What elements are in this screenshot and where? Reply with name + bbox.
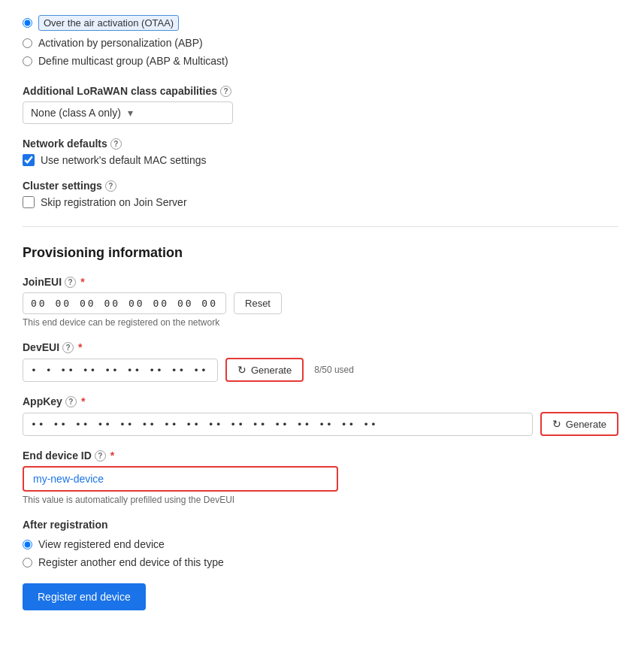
dev-eui-required: * bbox=[78, 341, 82, 353]
app-key-generate-button[interactable]: ↻ Generate bbox=[540, 412, 618, 436]
lorawan-class-value: None (class A only) bbox=[31, 107, 128, 119]
activation-otaa-label: Over the air activation (OTAA) bbox=[38, 15, 179, 31]
activation-section: Over the air activation (OTAA) Activatio… bbox=[23, 15, 618, 67]
app-key-required: * bbox=[81, 395, 85, 407]
app-key-input[interactable] bbox=[23, 413, 533, 436]
end-device-id-field: End device ID ? * This value is automati… bbox=[23, 450, 618, 505]
activation-abp-radio[interactable] bbox=[23, 38, 32, 48]
network-defaults-checkbox-label: Use network's default MAC settings bbox=[41, 154, 207, 166]
activation-multicast-row: Define multicast group (ABP & Multicast) bbox=[23, 55, 618, 67]
end-device-id-input-row bbox=[23, 466, 618, 492]
cluster-settings-checkbox-row: Skip registration on Join Server bbox=[23, 196, 618, 208]
end-device-id-hint: This value is automatically prefilled us… bbox=[23, 495, 618, 505]
join-eui-reset-button[interactable]: Reset bbox=[234, 292, 282, 314]
join-eui-hex-display: 00 00 00 00 00 00 00 00 bbox=[23, 292, 226, 314]
dev-eui-used-text: 8/50 used bbox=[314, 365, 354, 375]
app-key-label: AppKey ? * bbox=[23, 395, 618, 407]
register-button-container: Register end device bbox=[23, 583, 618, 610]
dev-eui-generate-label: Generate bbox=[251, 365, 292, 376]
register-end-device-button[interactable]: Register end device bbox=[23, 583, 146, 610]
app-key-field: AppKey ? * ↻ Generate bbox=[23, 395, 618, 436]
join-eui-label: JoinEUI ? * bbox=[23, 276, 618, 288]
activation-multicast-radio[interactable] bbox=[23, 56, 32, 66]
join-eui-input-row: 00 00 00 00 00 00 00 00 Reset bbox=[23, 292, 618, 314]
after-reg-view-row: View registered end device bbox=[23, 538, 618, 550]
dev-eui-input-row: ↻ Generate 8/50 used bbox=[23, 358, 618, 382]
after-reg-another-row: Register another end device of this type bbox=[23, 556, 618, 568]
after-reg-another-label: Register another end device of this type bbox=[38, 556, 224, 568]
activation-multicast-label: Define multicast group (ABP & Multicast) bbox=[38, 55, 228, 67]
dev-eui-help-icon[interactable]: ? bbox=[62, 342, 74, 353]
after-reg-view-label: View registered end device bbox=[38, 538, 165, 550]
dev-eui-generate-icon: ↻ bbox=[237, 364, 246, 376]
activation-otaa-radio[interactable] bbox=[23, 18, 32, 28]
after-registration-title: After registration bbox=[23, 519, 618, 531]
end-device-id-help-icon[interactable]: ? bbox=[95, 450, 106, 462]
cluster-settings-help-icon[interactable]: ? bbox=[105, 180, 116, 192]
lorawan-class-label: Additional LoRaWAN class capabilities ? bbox=[23, 85, 618, 97]
dev-eui-field: DevEUI ? * ↻ Generate 8/50 used bbox=[23, 341, 618, 382]
lorawan-class-field: Additional LoRaWAN class capabilities ? … bbox=[23, 85, 618, 124]
dev-eui-label: DevEUI ? * bbox=[23, 341, 618, 353]
cluster-settings-field: Cluster settings ? Skip registration on … bbox=[23, 180, 618, 208]
network-defaults-help-icon[interactable]: ? bbox=[110, 138, 122, 150]
lorawan-class-chevron-icon: ▾ bbox=[128, 107, 225, 119]
app-key-generate-icon: ↻ bbox=[552, 418, 561, 430]
after-registration-section: After registration View registered end d… bbox=[23, 519, 618, 568]
join-eui-hint: This end device can be registered on the… bbox=[23, 317, 618, 328]
after-reg-view-radio[interactable] bbox=[23, 540, 32, 549]
after-reg-another-radio[interactable] bbox=[23, 558, 32, 568]
app-key-input-row: ↻ Generate bbox=[23, 412, 618, 436]
network-defaults-field: Network defaults ? Use network's default… bbox=[23, 138, 618, 166]
app-key-generate-label: Generate bbox=[566, 419, 606, 430]
cluster-settings-label: Cluster settings ? bbox=[23, 180, 618, 192]
join-eui-field: JoinEUI ? * 00 00 00 00 00 00 00 00 Rese… bbox=[23, 276, 618, 328]
network-defaults-checkbox[interactable] bbox=[23, 154, 35, 166]
join-eui-help-icon[interactable]: ? bbox=[65, 277, 76, 288]
app-key-help-icon[interactable]: ? bbox=[65, 396, 77, 407]
activation-abp-row: Activation by personalization (ABP) bbox=[23, 37, 618, 49]
activation-otaa-row: Over the air activation (OTAA) bbox=[23, 15, 618, 31]
end-device-id-input[interactable] bbox=[23, 466, 338, 492]
lorawan-class-help-icon[interactable]: ? bbox=[220, 86, 231, 97]
join-eui-required: * bbox=[80, 276, 84, 288]
cluster-settings-checkbox[interactable] bbox=[23, 196, 35, 208]
network-defaults-label: Network defaults ? bbox=[23, 138, 618, 150]
provisioning-title: Provisioning information bbox=[23, 245, 618, 261]
join-eui-value: 00 00 00 00 00 00 00 00 bbox=[31, 298, 218, 309]
dev-eui-input[interactable] bbox=[23, 359, 218, 382]
section-divider bbox=[23, 226, 618, 227]
end-device-id-required: * bbox=[110, 450, 114, 462]
network-defaults-checkbox-row: Use network's default MAC settings bbox=[23, 154, 618, 166]
end-device-id-label: End device ID ? * bbox=[23, 450, 618, 462]
cluster-settings-checkbox-label: Skip registration on Join Server bbox=[41, 196, 187, 208]
lorawan-class-select[interactable]: None (class A only) ▾ bbox=[23, 101, 233, 124]
dev-eui-generate-button[interactable]: ↻ Generate bbox=[225, 358, 304, 382]
activation-abp-label: Activation by personalization (ABP) bbox=[38, 37, 203, 49]
